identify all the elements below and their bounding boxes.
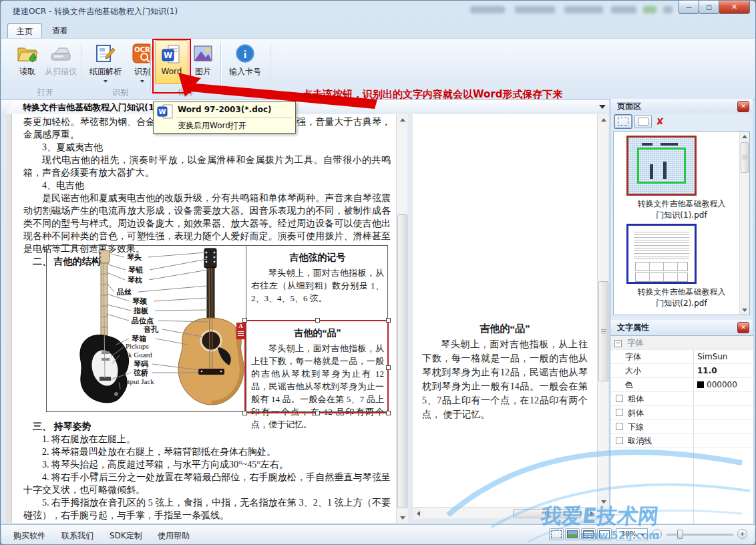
document-scrollbar-thumb[interactable] (397, 214, 407, 508)
scroll-up-arrow-icon (742, 135, 747, 138)
text-properties-close-button[interactable]: ✕ (737, 322, 749, 333)
selection-handle[interactable] (386, 411, 391, 415)
scroll-up-button[interactable] (397, 114, 408, 125)
close-icon: ✕ (741, 103, 746, 110)
page-thumbnail-list[interactable]: 转换文件吉他基础教程入门知识(1).pdf 转换文件吉他基础教程入门知识(2).… (613, 131, 750, 315)
ocr-horizontal-scrollbar[interactable] (413, 507, 597, 518)
word-save-dropdown[interactable]: W Word 97-2003(*.doc) 变换后用Word打开 (153, 102, 296, 134)
view-fit-page-button[interactable] (549, 528, 564, 540)
ocr-scrollbar-thumb[interactable] (598, 281, 608, 381)
ocr-vertical-scrollbar[interactable] (597, 114, 608, 507)
document-tab[interactable]: 转换文件吉他基础教程入门知识(1) (5, 100, 169, 114)
ribbon-separator (81, 43, 81, 91)
property-row-italic[interactable]: 斜体 (610, 406, 753, 420)
scroll-right-button[interactable] (586, 508, 597, 519)
close-icon: ✕ (731, 3, 737, 11)
size-value[interactable]: 11.0 (697, 364, 717, 377)
page-thumbnail-2[interactable] (626, 224, 697, 284)
property-row-strikethrough[interactable]: 取消线 (610, 434, 753, 448)
ocr-region-selection[interactable]: A (244, 320, 389, 413)
paper-parse-button[interactable]: 纸面解析 (84, 40, 127, 83)
zoom-out-button[interactable]: − (652, 529, 662, 539)
thumbnail-scrollbar[interactable] (739, 132, 749, 315)
page-thumbnail-1[interactable] (626, 136, 697, 196)
document-pane[interactable]: 奏更加轻松。琴弦都为钢、合金弦，较硬。音色清脆悦耳，穿透力强，音量大于古典琴，金… (6, 114, 396, 523)
contact-us-link[interactable]: 联系我们 (61, 530, 93, 542)
view-single-page-button[interactable] (597, 528, 612, 540)
font-group-row[interactable]: − 字体 (610, 336, 753, 350)
scroll-up-arrow-icon (601, 118, 606, 122)
paper-parse-dropdown-arrow[interactable] (104, 80, 108, 83)
image-icon (190, 40, 216, 64)
scroll-left-arrow-icon (417, 511, 420, 516)
help-link[interactable]: 使用帮助 (158, 530, 190, 542)
blurred-dot (643, 6, 656, 13)
document-vertical-scrollbar[interactable] (396, 114, 407, 523)
full-page-mode-button[interactable] (634, 115, 652, 128)
open-with-word-option[interactable]: 变换后用Word打开 (178, 120, 246, 132)
selection-handle[interactable] (242, 318, 247, 323)
scanner-button[interactable]: 从扫描仪 (43, 40, 79, 83)
strikethrough-checkbox[interactable] (616, 437, 623, 444)
collapse-icon[interactable]: − (614, 340, 622, 347)
ocr-hscrollbar-thumb[interactable] (513, 509, 581, 518)
blurred-text (470, 6, 505, 13)
font-label: 字体 (625, 350, 641, 363)
minimize-icon: — (686, 4, 692, 11)
ocr-result-body: 琴头朝上，面对吉他指板，从上往下数，每一格就是一品，一般的吉他从琴枕到琴身为止有… (422, 337, 588, 421)
scroll-up-button[interactable] (598, 114, 609, 125)
diagram-label-output-jack: Output Jack (119, 377, 154, 385)
diagram-label-pickups: Pickups (126, 342, 149, 350)
selection-handle[interactable] (386, 365, 391, 370)
scroll-left-button[interactable] (413, 508, 423, 519)
font-value[interactable]: SimSun (697, 350, 727, 363)
tab-view[interactable]: 查看 (43, 23, 77, 38)
tab-home[interactable]: 主页 (7, 23, 42, 39)
scroll-up-button[interactable] (740, 132, 749, 141)
ribbon-tab-row: 主页 查看 (1, 21, 755, 38)
sdk-custom-link[interactable]: SDK定制 (110, 530, 142, 542)
color-value[interactable]: 000000 (697, 378, 737, 391)
view-image-button[interactable] (565, 528, 580, 540)
read-button[interactable]: 读取 (12, 40, 43, 83)
scroll-down-button[interactable] (598, 496, 609, 507)
selection-handle[interactable] (242, 411, 247, 415)
ribbon-separator (150, 43, 151, 91)
doc-subhead: 4、电吉他 (23, 179, 391, 192)
property-row-size[interactable]: 大小 11.0 (610, 364, 753, 378)
bold-checkbox[interactable] (616, 395, 623, 402)
scroll-down-button[interactable] (397, 512, 408, 523)
minimize-button[interactable]: — (679, 1, 699, 14)
pages-panel-close-button[interactable]: ✕ (737, 101, 749, 112)
scroll-down-arrow-icon (400, 516, 405, 520)
tab-list-dropdown-arrow[interactable] (599, 105, 606, 109)
ocr-result-pane[interactable]: 吉他的“品” 琴头朝上，面对吉他指板，从上往下数，每一格就是一品，一般的吉他从琴… (413, 114, 597, 507)
word-format-option[interactable]: Word 97-2003(*.doc) (178, 105, 272, 114)
posture-item: 6. 提起左手，拇指放置琴颈背部，其余各指放在指板上，用指尖以垂直的姿势放在指板 (23, 522, 391, 523)
selection-handle[interactable] (315, 411, 320, 415)
thumbnail-scrollbar-thumb[interactable] (741, 142, 749, 173)
scroll-down-button[interactable] (740, 305, 749, 315)
zoom-slider-thumb[interactable] (677, 530, 683, 539)
zoom-level-select[interactable]: 30% (616, 528, 648, 540)
property-row-color[interactable]: 色 000000 (610, 378, 753, 392)
selection-handle[interactable] (386, 318, 391, 323)
buy-software-link[interactable]: 购买软件 (13, 530, 45, 542)
zoom-in-button[interactable]: + (737, 529, 747, 539)
view-list-button[interactable] (581, 528, 596, 540)
zoom-level-value: 30% (620, 530, 636, 538)
property-row-underline[interactable]: 下線 (610, 420, 753, 434)
selection-handle[interactable] (315, 318, 320, 323)
underline-checkbox[interactable] (616, 423, 623, 430)
property-row-font[interactable]: 字体 SimSun (610, 350, 753, 364)
italic-checkbox[interactable] (616, 409, 623, 416)
select-region-mode-button[interactable] (614, 115, 632, 128)
recognize-dropdown-arrow[interactable] (140, 80, 144, 83)
delete-page-button[interactable]: ✘ (656, 116, 665, 128)
text-region-tag-icon[interactable]: A (236, 323, 245, 339)
property-row-bold[interactable]: 粗体 (610, 392, 753, 406)
maximize-button[interactable]: □ (699, 1, 719, 14)
close-button[interactable]: ✕ (719, 1, 750, 14)
zoom-slider-track[interactable] (667, 534, 733, 536)
dropdown-separator (176, 118, 293, 118)
